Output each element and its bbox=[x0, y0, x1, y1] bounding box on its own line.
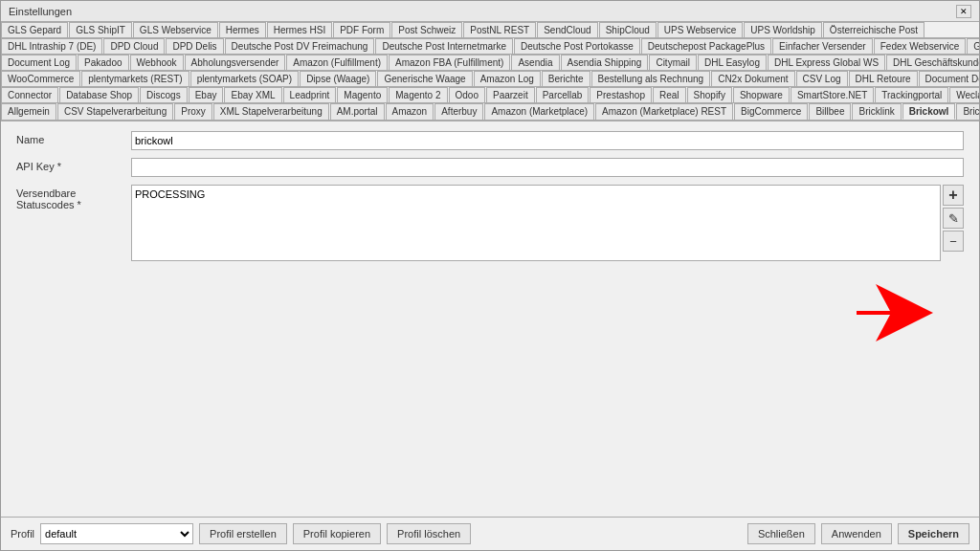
tab-hermes-hsi[interactable]: Hermes HSI bbox=[267, 22, 332, 37]
tab-deutsche-post-portokasse[interactable]: Deutsche Post Portokasse bbox=[514, 38, 640, 54]
tab-sterreichische-post[interactable]: Österreichische Post bbox=[823, 22, 924, 37]
edit-status-button[interactable]: ✎ bbox=[943, 208, 964, 229]
tab-connector[interactable]: Connector bbox=[1, 87, 58, 102]
close-dialog-button[interactable]: Schließen bbox=[747, 523, 815, 544]
tab-asendia[interactable]: Asendia bbox=[511, 55, 559, 70]
tab-bigcommerce[interactable]: BigCommerce bbox=[734, 103, 808, 120]
tab-pakadoo[interactable]: Pakadoo bbox=[78, 55, 128, 70]
tab-billbee[interactable]: Billbee bbox=[809, 103, 851, 120]
title-bar: Einstellungen ✕ bbox=[1, 1, 979, 22]
tab-brickowl[interactable]: Brickowl bbox=[902, 103, 956, 120]
tab-ebay[interactable]: Ebay bbox=[189, 87, 224, 102]
name-input[interactable] bbox=[131, 131, 964, 150]
window-controls: ✕ bbox=[954, 5, 971, 18]
tab-abholungsversender[interactable]: Abholungsversender bbox=[185, 55, 286, 70]
create-profile-button[interactable]: Profil erstellen bbox=[199, 523, 287, 544]
tab-paarzeit[interactable]: Paarzeit bbox=[486, 87, 535, 102]
tab-amazon-marketplace[interactable]: Amazon (Marketplace) bbox=[484, 103, 594, 120]
tab-deutsche-post-dv-freimachung[interactable]: Deutsche Post DV Freimachung bbox=[225, 38, 375, 54]
tab-dhl-retoure[interactable]: DHL Retoure bbox=[849, 71, 918, 86]
tab-shipcloud[interactable]: ShipCloud bbox=[599, 22, 657, 37]
tab-prestashop[interactable]: Prestashop bbox=[590, 87, 652, 102]
tab-parcellab[interactable]: Parcellab bbox=[536, 87, 590, 102]
close-button[interactable]: ✕ bbox=[956, 5, 971, 18]
tab-odoo[interactable]: Odoo bbox=[449, 87, 485, 102]
tab-gls-shipit[interactable]: GLS ShipIT bbox=[69, 22, 132, 37]
content-area: Name API Key * Versendbare Statuscodes *… bbox=[1, 121, 979, 517]
tab-amportal[interactable]: AM.portal bbox=[330, 103, 385, 120]
tab-smartstorenet[interactable]: SmartStore.NET bbox=[791, 87, 874, 102]
tab-amazon-fulfillment[interactable]: Amazon (Fulfillment) bbox=[286, 55, 388, 70]
tab-dhl-geschftskundenversand[interactable]: DHL Geschäftskundenversand bbox=[886, 55, 979, 70]
tab-dhl-easylog[interactable]: DHL Easylog bbox=[698, 55, 767, 70]
tab-sendcloud[interactable]: SendCloud bbox=[537, 22, 597, 37]
save-button[interactable]: Speichern bbox=[898, 523, 969, 544]
tab-weclapp[interactable]: Weclapp bbox=[949, 87, 979, 102]
tab-amazon-fba-fulfillment[interactable]: Amazon FBA (Fulfillment) bbox=[389, 55, 510, 70]
tab-document-log[interactable]: Document Log bbox=[1, 55, 77, 70]
tab-generische-waage[interactable]: Generische Waage bbox=[377, 71, 472, 86]
tab-csv-stapelverarbeitung[interactable]: CSV Stapelverarbeitung bbox=[57, 103, 173, 120]
api-key-label: API Key * bbox=[16, 158, 131, 172]
tab-ups-webservice[interactable]: UPS Webservice bbox=[657, 22, 743, 37]
tab-shopify[interactable]: Shopify bbox=[687, 87, 732, 102]
tab-xml-stapelverarbeitung[interactable]: XML Stapelverarbeitung bbox=[213, 103, 329, 120]
tab-webhook[interactable]: Webhook bbox=[130, 55, 184, 70]
tab-discogs[interactable]: Discogs bbox=[140, 87, 188, 102]
remove-status-button[interactable]: − bbox=[943, 231, 964, 252]
tab-magento[interactable]: Magento bbox=[337, 87, 388, 102]
delete-profile-button[interactable]: Profil löschen bbox=[387, 523, 471, 544]
tab-plentymarkets-soap[interactable]: plentymarkets (SOAP) bbox=[190, 71, 299, 86]
tab-afterbuy[interactable]: Afterbuy bbox=[434, 103, 483, 120]
tab-gls-gepard[interactable]: GLS Gepard bbox=[1, 22, 68, 37]
tab-brickscout[interactable]: Brickscout bbox=[956, 103, 979, 120]
tab-document-downloader[interactable]: Document Downloader bbox=[919, 71, 979, 86]
tab-pdf-form[interactable]: PDF Form bbox=[333, 22, 390, 37]
tab-magento-2[interactable]: Magento 2 bbox=[389, 87, 447, 102]
tab-amazon[interactable]: Amazon bbox=[386, 103, 434, 120]
api-key-input[interactable] bbox=[131, 158, 964, 177]
profile-label: Profil bbox=[11, 528, 34, 540]
tab-asendia-shipping[interactable]: Asendia Shipping bbox=[561, 55, 649, 70]
status-codes-label: Versendbare Statuscodes * bbox=[16, 185, 131, 210]
tab-dpd-cloud[interactable]: DPD Cloud bbox=[103, 38, 165, 54]
tab-database-shop[interactable]: Database Shop bbox=[59, 87, 139, 102]
tab-einfacher-versender[interactable]: Einfacher Versender bbox=[772, 38, 873, 54]
status-codes-row: Versendbare Statuscodes * + ✎ − bbox=[16, 185, 964, 261]
tab-deutsche-post-internetmarke[interactable]: Deutsche Post Internetmarke bbox=[375, 38, 513, 54]
profile-select[interactable]: default bbox=[40, 523, 193, 544]
tab-cn2x-dokument[interactable]: CN2x Dokument bbox=[711, 71, 794, 86]
tab-csv-log[interactable]: CSV Log bbox=[796, 71, 848, 86]
tab-fedex-webservice[interactable]: Fedex Webservice bbox=[874, 38, 967, 54]
status-codes-textarea[interactable] bbox=[131, 185, 941, 261]
tab-berichte[interactable]: Berichte bbox=[542, 71, 590, 86]
tab-leadprint[interactable]: Leadprint bbox=[283, 87, 337, 102]
tab-deutschepost-packageplus[interactable]: Deutschepost PackagePlus bbox=[641, 38, 771, 54]
tab-post-schweiz[interactable]: Post Schweiz bbox=[391, 22, 462, 37]
tab-dipse-waage[interactable]: Dipse (Waage) bbox=[300, 71, 376, 86]
tab-amazon-marketplace-rest[interactable]: Amazon (Marketplace) REST bbox=[595, 103, 733, 120]
tab-allgemein[interactable]: Allgemein bbox=[1, 103, 56, 120]
tab-dhl-intraship-7-de[interactable]: DHL Intraship 7 (DE) bbox=[1, 38, 102, 54]
tab-dhl-express-global-ws[interactable]: DHL Express Global WS bbox=[768, 55, 885, 70]
tab-shopware[interactable]: Shopware bbox=[733, 87, 790, 102]
tab-dpd-delis[interactable]: DPD Delis bbox=[166, 38, 223, 54]
tab-gel-express[interactable]: GEL Express bbox=[967, 38, 979, 54]
tab-amazon-log[interactable]: Amazon Log bbox=[474, 71, 541, 86]
tab-plentymarkets-rest[interactable]: plentymarkets (REST) bbox=[81, 71, 189, 86]
apply-button[interactable]: Anwenden bbox=[821, 523, 892, 544]
tab-proxy[interactable]: Proxy bbox=[174, 103, 212, 120]
copy-profile-button[interactable]: Profil kopieren bbox=[293, 523, 381, 544]
tab-bestellung-als-rechnung[interactable]: Bestellung als Rechnung bbox=[591, 71, 711, 86]
tab-ebay-xml[interactable]: Ebay XML bbox=[224, 87, 281, 102]
tab-postnl-rest[interactable]: PostNL REST bbox=[463, 22, 536, 37]
add-status-button[interactable]: + bbox=[943, 185, 964, 206]
tab-gls-webservice[interactable]: GLS Webservice bbox=[133, 22, 218, 37]
tab-bricklink[interactable]: Bricklink bbox=[852, 103, 901, 120]
tab-hermes[interactable]: Hermes bbox=[219, 22, 266, 37]
tab-woocommerce[interactable]: WooCommerce bbox=[1, 71, 80, 86]
tab-citymail[interactable]: Citymail bbox=[649, 55, 697, 70]
tab-trackingportal[interactable]: Trackingportal bbox=[875, 87, 948, 102]
tab-real[interactable]: Real bbox=[653, 87, 686, 102]
tab-ups-worldship[interactable]: UPS Worldship bbox=[744, 22, 822, 37]
